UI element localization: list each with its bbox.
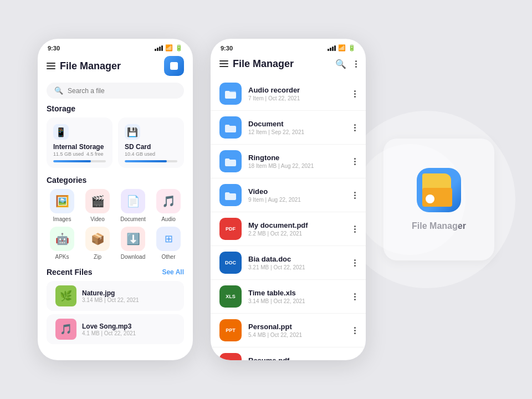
storage-heading: Storage [38,104,193,117]
right-header-left: File Manager [219,58,294,70]
sd-card: 💾 SD Card 10.4 GB used [118,117,184,168]
search-input[interactable] [68,87,176,95]
file-more-2[interactable] [353,158,357,165]
pdf-icon-4: PDF [219,218,242,240]
file-list: Audio recorder 7 Item | Oct 22, 2021 Doc… [211,77,366,360]
images-icon-box: 🖼️ [50,189,74,213]
download-icon-box: ⬇️ [121,227,145,251]
file-item-4[interactable]: PDF My document.pdf 2.2 MB | Oct 22, 202… [211,212,366,246]
status-icons-left: 📶 🔋 [155,44,183,52]
logo-dot [426,195,434,203]
category-zip[interactable]: 📦 Zip [82,227,113,260]
file-meta-6: 3.14 MB | Oct 22, 2021 [248,298,346,304]
file-more-5[interactable] [353,259,357,267]
time-left: 9:30 [48,45,60,52]
file-name-3: Video [248,187,346,196]
file-info-7: Personal.ppt 5.4 MB | Oct 22, 2021 [248,323,346,338]
internal-storage-meta: 11.5 GB used 4.5 free [53,151,106,157]
recent-name-0: Nature.jpg [82,289,139,297]
hamburger-menu[interactable] [47,63,55,69]
file-meta-4: 2.2 MB | Oct 22, 2021 [248,231,346,237]
search-icon: 🔍 [54,86,63,95]
file-more-7[interactable] [353,327,357,334]
other-label: Other [161,254,175,260]
category-audio[interactable]: 🎵 Audio [153,189,184,222]
file-name-2: Ringtone [248,154,346,162]
category-download[interactable]: ⬇️ Download [117,227,149,260]
recent-thumb-0: 🌿 [55,285,76,306]
status-bar-left: 9:30 📶 🔋 [38,39,193,54]
file-item-6[interactable]: XLS Time table.xls 3.14 MB | Oct 22, 202… [211,280,366,314]
recent-meta-0: 3.14 MB | Oct 22, 2021 [82,297,139,303]
other-icon-box: ⊞ [156,227,181,251]
doc-icon-5: DOC [219,252,242,274]
file-name-5: Bia data.doc [248,255,346,263]
file-info-1: Document 12 Item | Sep 22, 2021 [248,120,346,135]
file-meta-1: 12 Item | Sep 22, 2021 [248,129,346,135]
file-item-5[interactable]: DOC Bia data.doc 3.21 MB | Oct 22, 2021 [211,246,366,280]
internal-storage-card: 📱 Internal Storage 11.5 GB used 4.5 free [47,117,112,168]
xls-icon-6: XLS [219,285,242,308]
app-title-right: File Manager [233,58,294,70]
file-more-6[interactable] [353,293,357,300]
file-item-1[interactable]: Document 12 Item | Sep 22, 2021 [211,111,366,145]
file-meta-3: 9 Item | Aug 22, 2021 [248,197,346,203]
file-info-3: Video 9 Item | Aug 22, 2021 [248,187,346,203]
ppt-icon-7: PPT [219,319,242,341]
file-more-4[interactable] [353,226,357,233]
file-meta-2: 18 Item MB | Aug 22, 2021 [248,163,346,169]
see-all-button[interactable]: See All [162,268,184,276]
recent-item-0: 🌿 Nature.jpg 3.14 MB | Oct 22, 2021 [47,281,184,311]
category-video[interactable]: 🎬 Video [82,189,113,222]
internal-storage-bar [53,160,106,162]
category-other[interactable]: ⊞ Other [153,227,184,260]
signal-icon [155,45,163,51]
file-meta-5: 3.21 MB | Oct 22, 2021 [248,264,346,270]
wifi-icon: 📶 [165,44,173,52]
app-header-left: File Manager [38,54,193,80]
category-apks[interactable]: 🤖 APKs [47,227,78,260]
more-options-right[interactable] [355,60,357,68]
file-meta-0: 7 Item | Oct 22, 2021 [248,95,346,101]
category-document[interactable]: 📄 Document [117,189,149,222]
audio-label: Audio [161,216,176,222]
recent-header: Recent Files See All [38,268,193,281]
recent-info-1: Love Song.mp3 4.1 MB | Oct 22, 2021 [82,323,136,336]
signal-icon-right [328,45,336,51]
file-more-1[interactable] [353,124,357,131]
scene: 9:30 📶 🔋 File Manager [0,0,532,399]
images-label: Images [53,216,71,222]
internal-storage-icon: 📱 [53,124,69,140]
file-more-3[interactable] [353,192,357,199]
recent-heading: Recent Files [47,268,92,277]
document-icon-box: 📄 [121,189,145,213]
file-item-8[interactable]: PDF Resume.pdf 3.21 MB | Oct 22, 2021 [211,347,366,360]
video-label: Video [90,216,104,222]
file-item-3[interactable]: Video 9 Item | Aug 22, 2021 [211,178,366,212]
file-item-2[interactable]: Ringtone 18 Item MB | Aug 22, 2021 [211,145,366,178]
search-button-right[interactable]: 🔍 [333,56,349,71]
file-info-8: Resume.pdf 3.21 MB | Oct 22, 2021 [248,356,346,360]
sd-card-label: SD Card [125,143,177,151]
file-name-4: My document.pdf [248,221,346,229]
header-icons-right: 🔍 [333,56,357,71]
search-box[interactable]: 🔍 [47,83,184,99]
sd-card-bar [125,160,177,162]
hamburger-right[interactable] [219,60,228,67]
file-item-7[interactable]: PPT Personal.ppt 5.4 MB | Oct 22, 2021 [211,314,366,347]
file-more-0[interactable] [353,90,357,98]
internal-storage-fill [53,160,91,162]
recent-meta-1: 4.1 MB | Oct 22, 2021 [82,330,136,336]
battery-icon: 🔋 [175,44,183,52]
file-item-0[interactable]: Audio recorder 7 Item | Oct 22, 2021 [211,77,366,111]
category-images[interactable]: 🖼️ Images [47,189,78,222]
app-title-left: File Manager [60,60,121,72]
battery-icon-right: 🔋 [348,44,356,52]
file-meta-7: 5.4 MB | Oct 22, 2021 [248,332,346,338]
folder-icon-3 [219,184,242,206]
file-name-8: Resume.pdf [248,356,346,360]
storage-row: 📱 Internal Storage 11.5 GB used 4.5 free… [38,117,193,176]
app-icon-badge [164,56,184,76]
categories-grid: 🖼️ Images 🎬 Video 📄 Document 🎵 Audio 🤖 A… [38,189,193,268]
phone-left: 9:30 📶 🔋 File Manager [38,39,193,360]
